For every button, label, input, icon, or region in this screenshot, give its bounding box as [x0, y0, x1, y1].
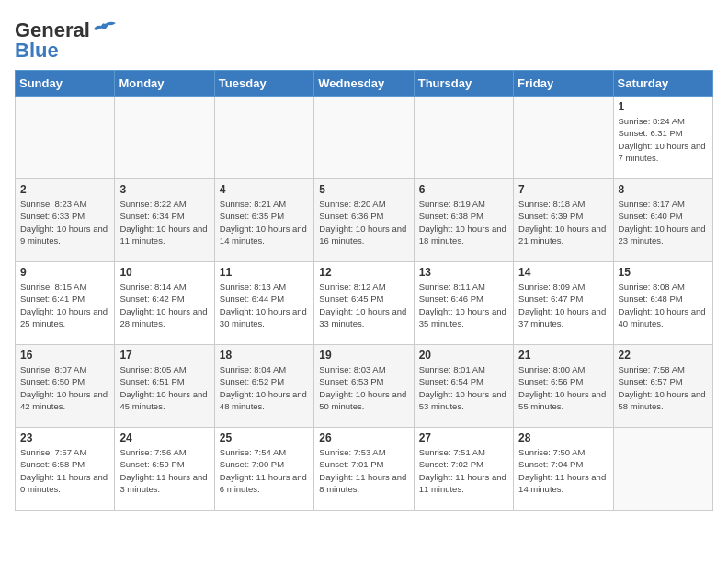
- calendar-cell: 18Sunrise: 8:04 AM Sunset: 6:52 PM Dayli…: [214, 345, 313, 428]
- day-info: Sunrise: 7:53 AM Sunset: 7:01 PM Dayligh…: [319, 446, 408, 495]
- calendar-cell: 4Sunrise: 8:21 AM Sunset: 6:35 PM Daylig…: [214, 179, 313, 262]
- day-number: 22: [619, 349, 708, 362]
- day-number: 19: [319, 349, 408, 362]
- day-number: 4: [220, 183, 309, 196]
- day-header-wednesday: Wednesday: [314, 71, 414, 97]
- day-info: Sunrise: 8:05 AM Sunset: 6:51 PM Dayligh…: [119, 363, 209, 412]
- calendar-cell: [214, 97, 313, 179]
- day-info: Sunrise: 8:21 AM Sunset: 6:35 PM Dayligh…: [220, 198, 309, 247]
- day-number: 27: [419, 431, 508, 444]
- calendar-cell: 24Sunrise: 7:56 AM Sunset: 6:59 PM Dayli…: [115, 428, 214, 511]
- day-number: 8: [619, 183, 708, 196]
- day-number: 18: [220, 349, 309, 362]
- day-number: 25: [220, 431, 309, 444]
- calendar-cell: [314, 97, 414, 179]
- day-number: 6: [419, 183, 508, 196]
- calendar-cell: 3Sunrise: 8:22 AM Sunset: 6:34 PM Daylig…: [115, 179, 214, 262]
- day-header-monday: Monday: [115, 71, 214, 97]
- day-header-saturday: Saturday: [613, 71, 712, 97]
- day-info: Sunrise: 8:12 AM Sunset: 6:45 PM Dayligh…: [319, 281, 408, 329]
- logo-bird-icon: [92, 20, 118, 40]
- day-info: Sunrise: 8:18 AM Sunset: 6:39 PM Dayligh…: [518, 198, 608, 247]
- day-number: 26: [319, 431, 408, 444]
- day-info: Sunrise: 8:24 AM Sunset: 6:31 PM Dayligh…: [619, 115, 708, 164]
- day-number: 13: [419, 266, 508, 279]
- calendar-table: SundayMondayTuesdayWednesdayThursdayFrid…: [15, 70, 713, 511]
- day-info: Sunrise: 8:17 AM Sunset: 6:40 PM Dayligh…: [619, 198, 708, 247]
- logo: General Blue: [15, 18, 118, 63]
- calendar-cell: 9Sunrise: 8:15 AM Sunset: 6:41 PM Daylig…: [16, 262, 115, 345]
- day-info: Sunrise: 8:09 AM Sunset: 6:47 PM Dayligh…: [518, 281, 608, 329]
- day-info: Sunrise: 8:15 AM Sunset: 6:41 PM Dayligh…: [20, 281, 109, 329]
- day-info: Sunrise: 8:13 AM Sunset: 6:44 PM Dayligh…: [220, 281, 309, 329]
- day-number: 23: [20, 431, 109, 444]
- day-info: Sunrise: 8:14 AM Sunset: 6:42 PM Dayligh…: [119, 281, 209, 329]
- day-number: 15: [619, 266, 708, 279]
- days-header-row: SundayMondayTuesdayWednesdayThursdayFrid…: [16, 71, 713, 97]
- day-info: Sunrise: 8:23 AM Sunset: 6:33 PM Dayligh…: [20, 198, 109, 247]
- day-info: Sunrise: 8:11 AM Sunset: 6:46 PM Dayligh…: [419, 281, 508, 329]
- calendar-cell: 14Sunrise: 8:09 AM Sunset: 6:47 PM Dayli…: [514, 262, 613, 345]
- day-number: 3: [119, 183, 209, 196]
- day-header-thursday: Thursday: [414, 71, 513, 97]
- day-info: Sunrise: 7:54 AM Sunset: 7:00 PM Dayligh…: [220, 446, 309, 495]
- calendar-cell: [613, 428, 712, 511]
- calendar-cell: 1Sunrise: 8:24 AM Sunset: 6:31 PM Daylig…: [613, 97, 712, 179]
- day-info: Sunrise: 8:08 AM Sunset: 6:48 PM Dayligh…: [619, 281, 708, 329]
- day-number: 17: [119, 349, 209, 362]
- day-info: Sunrise: 8:04 AM Sunset: 6:52 PM Dayligh…: [220, 363, 309, 412]
- calendar-cell: [16, 97, 115, 179]
- calendar-cell: [115, 97, 214, 179]
- day-number: 16: [20, 349, 109, 362]
- calendar-cell: 13Sunrise: 8:11 AM Sunset: 6:46 PM Dayli…: [414, 262, 513, 345]
- calendar-cell: 8Sunrise: 8:17 AM Sunset: 6:40 PM Daylig…: [613, 179, 712, 262]
- header: General Blue: [15, 15, 713, 63]
- week-row-4: 16Sunrise: 8:07 AM Sunset: 6:50 PM Dayli…: [16, 345, 713, 428]
- day-number: 1: [619, 100, 708, 113]
- calendar-cell: 19Sunrise: 8:03 AM Sunset: 6:53 PM Dayli…: [314, 345, 414, 428]
- calendar-cell: 5Sunrise: 8:20 AM Sunset: 6:36 PM Daylig…: [314, 179, 414, 262]
- day-number: 11: [220, 266, 309, 279]
- day-info: Sunrise: 8:22 AM Sunset: 6:34 PM Dayligh…: [119, 198, 209, 247]
- day-info: Sunrise: 7:50 AM Sunset: 7:04 PM Dayligh…: [518, 446, 608, 495]
- day-number: 20: [419, 349, 508, 362]
- day-number: 12: [319, 266, 408, 279]
- calendar-cell: 6Sunrise: 8:19 AM Sunset: 6:38 PM Daylig…: [414, 179, 513, 262]
- day-info: Sunrise: 8:20 AM Sunset: 6:36 PM Dayligh…: [319, 198, 408, 247]
- week-row-1: 1Sunrise: 8:24 AM Sunset: 6:31 PM Daylig…: [16, 97, 713, 179]
- calendar-cell: 17Sunrise: 8:05 AM Sunset: 6:51 PM Dayli…: [115, 345, 214, 428]
- calendar-cell: 15Sunrise: 8:08 AM Sunset: 6:48 PM Dayli…: [613, 262, 712, 345]
- day-number: 10: [119, 266, 209, 279]
- day-info: Sunrise: 7:57 AM Sunset: 6:58 PM Dayligh…: [20, 446, 109, 495]
- week-row-5: 23Sunrise: 7:57 AM Sunset: 6:58 PM Dayli…: [16, 428, 713, 511]
- calendar-cell: 12Sunrise: 8:12 AM Sunset: 6:45 PM Dayli…: [314, 262, 414, 345]
- day-number: 7: [518, 183, 608, 196]
- day-info: Sunrise: 8:00 AM Sunset: 6:56 PM Dayligh…: [518, 363, 608, 412]
- calendar-cell: 21Sunrise: 8:00 AM Sunset: 6:56 PM Dayli…: [514, 345, 613, 428]
- day-number: 14: [518, 266, 608, 279]
- day-info: Sunrise: 7:51 AM Sunset: 7:02 PM Dayligh…: [419, 446, 508, 495]
- day-info: Sunrise: 8:19 AM Sunset: 6:38 PM Dayligh…: [419, 198, 508, 247]
- day-info: Sunrise: 7:58 AM Sunset: 6:57 PM Dayligh…: [619, 363, 708, 412]
- calendar-cell: 11Sunrise: 8:13 AM Sunset: 6:44 PM Dayli…: [214, 262, 313, 345]
- calendar-cell: 25Sunrise: 7:54 AM Sunset: 7:00 PM Dayli…: [214, 428, 313, 511]
- calendar-cell: 23Sunrise: 7:57 AM Sunset: 6:58 PM Dayli…: [16, 428, 115, 511]
- day-number: 28: [518, 431, 608, 444]
- calendar-cell: 20Sunrise: 8:01 AM Sunset: 6:54 PM Dayli…: [414, 345, 513, 428]
- day-number: 21: [518, 349, 608, 362]
- calendar-cell: 28Sunrise: 7:50 AM Sunset: 7:04 PM Dayli…: [514, 428, 613, 511]
- day-number: 9: [20, 266, 109, 279]
- calendar-cell: [514, 97, 613, 179]
- calendar-cell: 27Sunrise: 7:51 AM Sunset: 7:02 PM Dayli…: [414, 428, 513, 511]
- day-number: 5: [319, 183, 408, 196]
- day-info: Sunrise: 8:01 AM Sunset: 6:54 PM Dayligh…: [419, 363, 508, 412]
- calendar-cell: 22Sunrise: 7:58 AM Sunset: 6:57 PM Dayli…: [613, 345, 712, 428]
- logo-blue: Blue: [15, 39, 59, 63]
- calendar-cell: 2Sunrise: 8:23 AM Sunset: 6:33 PM Daylig…: [16, 179, 115, 262]
- day-number: 24: [119, 431, 209, 444]
- calendar-cell: 16Sunrise: 8:07 AM Sunset: 6:50 PM Dayli…: [16, 345, 115, 428]
- calendar-cell: 7Sunrise: 8:18 AM Sunset: 6:39 PM Daylig…: [514, 179, 613, 262]
- day-info: Sunrise: 8:03 AM Sunset: 6:53 PM Dayligh…: [319, 363, 408, 412]
- day-header-sunday: Sunday: [16, 71, 115, 97]
- calendar-cell: [414, 97, 513, 179]
